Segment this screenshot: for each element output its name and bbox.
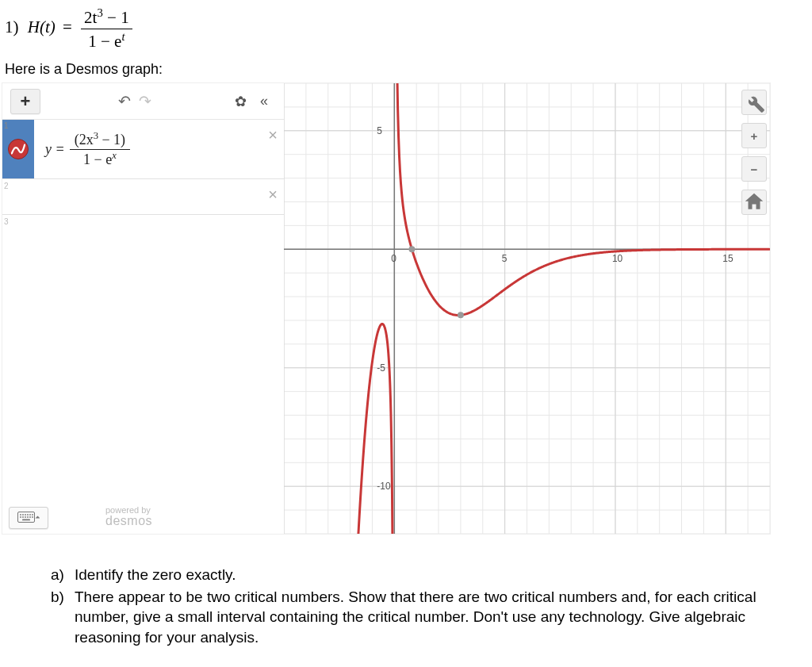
collapse-panel-button[interactable]: «	[252, 90, 276, 113]
function-lhs: H(t)	[28, 17, 59, 36]
svg-text:0: 0	[391, 253, 396, 264]
redo-icon[interactable]: ↷	[136, 93, 154, 110]
svg-text:10: 10	[612, 253, 623, 264]
question-list: a) Identify the zero exactly. b) There a…	[51, 565, 796, 650]
zoom-out-button[interactable]: −	[741, 156, 767, 182]
expression-panel: + ↶ ↷ ✿ « 1	[2, 83, 284, 534]
wrench-icon[interactable]	[741, 90, 767, 115]
undo-icon[interactable]: ↶	[116, 93, 133, 110]
keyboard-toggle-button[interactable]	[9, 507, 48, 529]
add-expression-button[interactable]: +	[10, 89, 40, 114]
gear-icon[interactable]: ✿	[228, 90, 252, 113]
svg-point-1	[20, 514, 21, 516]
svg-point-10	[27, 516, 29, 518]
delete-expression-icon[interactable]: ×	[268, 186, 278, 204]
panel-header: + ↶ ↷ ✿ «	[2, 83, 284, 120]
question-b: b) There appear to be two critical numbe…	[51, 587, 796, 648]
curve-color-swatch[interactable]	[8, 139, 29, 159]
svg-point-9	[25, 516, 26, 518]
svg-rect-13	[22, 519, 30, 521]
svg-point-76	[458, 312, 464, 318]
intro-text: Here is a Desmos graph:	[5, 61, 163, 78]
svg-point-8	[22, 516, 24, 518]
svg-point-6	[32, 514, 33, 516]
svg-text:5: 5	[502, 253, 508, 264]
expression-row[interactable]: 2 ×	[2, 179, 284, 215]
svg-point-75	[408, 246, 415, 252]
svg-point-2	[22, 514, 24, 516]
svg-point-7	[20, 516, 21, 518]
expression-input[interactable]: y = (2x3 − 1) 1 − ex	[34, 120, 284, 178]
svg-point-5	[29, 514, 31, 516]
function-rhs-fraction: 2t3 − 1 1 − et	[81, 6, 132, 51]
svg-text:-10: -10	[377, 481, 391, 492]
problem-number: 1)	[5, 17, 19, 36]
home-button[interactable]	[741, 190, 767, 215]
svg-point-11	[29, 516, 31, 518]
svg-point-3	[25, 514, 26, 516]
expression-row[interactable]: 1 y = (2x3 − 1) 1 − e	[2, 120, 284, 179]
question-a: a) Identify the zero exactly.	[51, 565, 796, 585]
desmos-app: + ↶ ↷ ✿ « 1	[2, 82, 771, 535]
svg-text:5: 5	[377, 125, 382, 136]
graph-canvas[interactable]: 0510155-5-10 + −	[284, 83, 770, 534]
svg-point-4	[27, 514, 29, 516]
graph-tools: + −	[741, 90, 765, 215]
svg-text:-5: -5	[377, 362, 385, 374]
svg-point-12	[32, 516, 33, 518]
zoom-in-button[interactable]: +	[741, 123, 767, 148]
svg-text:15: 15	[722, 253, 733, 264]
expression-row[interactable]: 3	[2, 215, 284, 239]
problem-heading: 1) H(t) = 2t3 − 1 1 − et	[5, 6, 132, 51]
delete-expression-icon[interactable]: ×	[268, 126, 278, 144]
powered-by-desmos: powered by desmos	[105, 506, 152, 527]
